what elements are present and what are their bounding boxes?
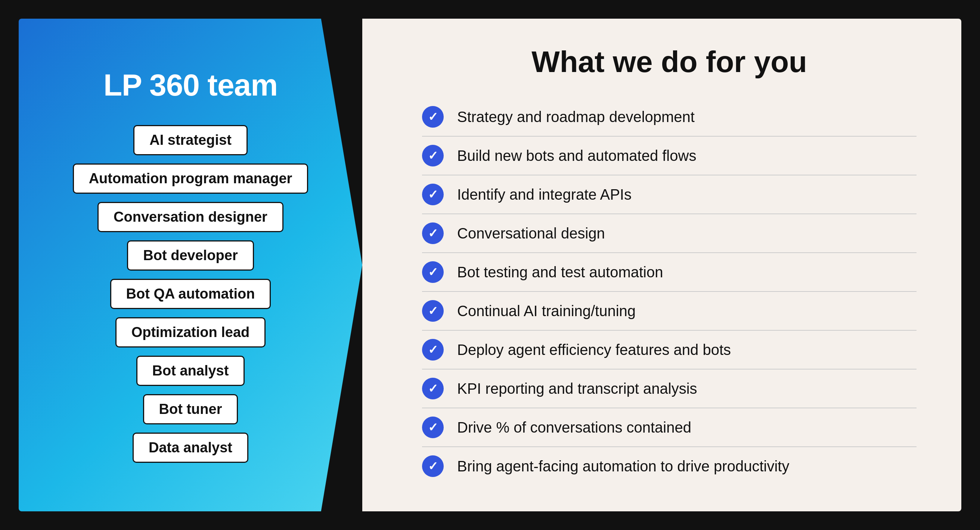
service-text: Bot testing and test automation (457, 264, 663, 281)
service-text: Bring agent-facing automation to drive p… (457, 458, 789, 475)
service-item: Strategy and roadmap development (422, 98, 916, 136)
service-item: Bot testing and test automation (422, 253, 916, 292)
service-text: Build new bots and automated flows (457, 148, 696, 164)
service-text: KPI reporting and transcript analysis (457, 380, 697, 397)
service-text: Drive % of conversations contained (457, 419, 691, 436)
check-icon (422, 222, 444, 244)
team-badge: Bot tuner (143, 394, 238, 424)
service-text: Deploy agent efficiency features and bot… (457, 341, 731, 358)
service-item: Bring agent-facing automation to drive p… (422, 447, 916, 485)
team-badge: Bot developer (127, 240, 254, 271)
service-item: Deploy agent efficiency features and bot… (422, 331, 916, 370)
service-item: Identify and integrate APIs (422, 175, 916, 214)
check-icon (422, 106, 444, 128)
team-badge: Bot analyst (136, 356, 245, 386)
slide: LP 360 team AI strategistAutomation prog… (19, 19, 961, 511)
service-item: Conversational design (422, 214, 916, 253)
left-title: LP 360 team (103, 68, 277, 103)
team-badge: Bot QA automation (110, 279, 271, 309)
check-icon (422, 184, 444, 205)
team-badge: Optimization lead (115, 317, 266, 348)
team-badge: Conversation designer (97, 202, 283, 232)
team-badge: AI strategist (133, 125, 248, 155)
check-icon (422, 145, 444, 167)
check-icon (422, 261, 444, 283)
service-text: Continual AI training/tuning (457, 303, 636, 319)
right-title: What we do for you (531, 45, 807, 79)
service-list: Strategy and roadmap developmentBuild ne… (422, 98, 916, 485)
team-badge: Automation program manager (73, 163, 309, 194)
service-item: KPI reporting and transcript analysis (422, 370, 916, 408)
left-panel: LP 360 team AI strategistAutomation prog… (19, 19, 362, 511)
service-text: Strategy and roadmap development (457, 109, 695, 125)
check-icon (422, 417, 444, 438)
check-icon (422, 339, 444, 360)
service-item: Continual AI training/tuning (422, 292, 916, 331)
right-panel: What we do for you Strategy and roadmap … (362, 19, 961, 511)
team-list: AI strategistAutomation program managerC… (49, 125, 332, 463)
check-icon (422, 455, 444, 477)
service-item: Build new bots and automated flows (422, 136, 916, 175)
team-badge: Data analyst (133, 433, 248, 463)
service-text: Identify and integrate APIs (457, 186, 632, 203)
check-icon (422, 378, 444, 399)
check-icon (422, 300, 444, 322)
service-text: Conversational design (457, 225, 605, 242)
service-item: Drive % of conversations contained (422, 408, 916, 447)
